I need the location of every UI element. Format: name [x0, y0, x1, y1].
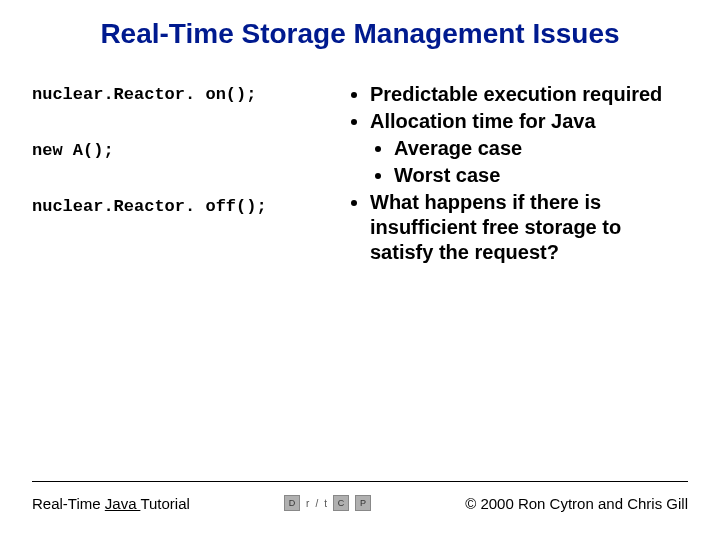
slide-title: Real-Time Storage Management Issues	[0, 18, 720, 50]
bullet-column: Predictable execution required Allocatio…	[348, 82, 688, 267]
nav-p-icon[interactable]: P	[355, 495, 371, 511]
nav-sep: /	[315, 498, 318, 509]
code-column: nuclear.Reactor. on(); new A(); nuclear.…	[32, 84, 332, 252]
bullet-text: Allocation time for Java	[370, 110, 596, 132]
bullet-item: Allocation time for Java Average case Wo…	[370, 109, 688, 188]
bullet-item: Predictable execution required	[370, 82, 688, 107]
footer: Real-Time Java Tutorial D r / t C P © 20…	[32, 490, 688, 516]
slide: Real-Time Storage Management Issues nucl…	[0, 0, 720, 540]
code-line-2: new A();	[32, 140, 332, 162]
sub-bullet-list: Average case Worst case	[370, 136, 688, 188]
footer-left: Real-Time Java Tutorial	[32, 495, 190, 512]
footer-left-prefix: Real-Time	[32, 495, 105, 512]
nav-sep: r	[306, 498, 309, 509]
footer-nav: D r / t C P	[284, 495, 371, 511]
code-line-3: nuclear.Reactor. off();	[32, 196, 332, 218]
bullet-item: Worst case	[394, 163, 688, 188]
bullet-item: Average case	[394, 136, 688, 161]
footer-copyright: © 2000 Ron Cytron and Chris Gill	[465, 495, 688, 512]
nav-c-icon[interactable]: C	[333, 495, 349, 511]
footer-left-underlined: Java	[105, 495, 141, 512]
bullet-item: What happens if there is insufficient fr…	[370, 190, 688, 265]
code-line-1: nuclear.Reactor. on();	[32, 84, 332, 106]
nav-sep: t	[324, 498, 327, 509]
footer-left-suffix: Tutorial	[140, 495, 189, 512]
bullet-list: Predictable execution required Allocatio…	[348, 82, 688, 265]
footer-divider	[32, 481, 688, 482]
nav-d-icon[interactable]: D	[284, 495, 300, 511]
